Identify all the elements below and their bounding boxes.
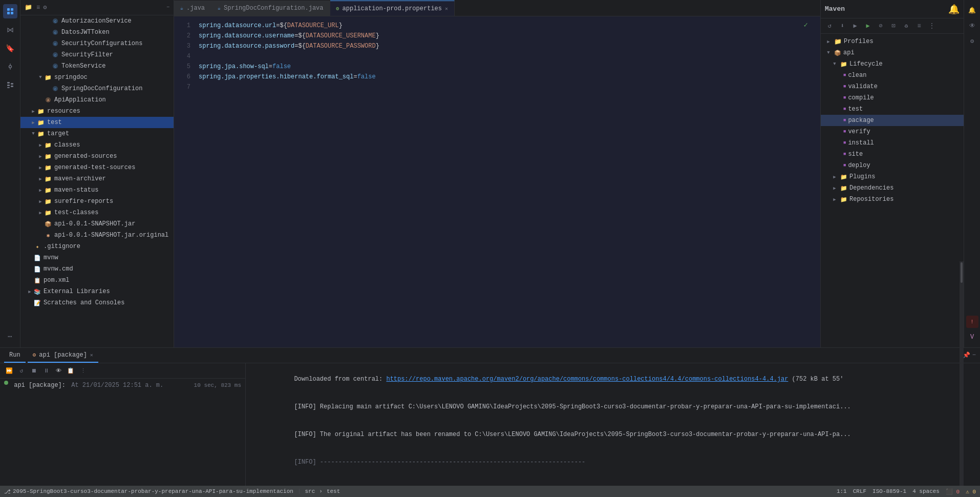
tree-item-gitignore[interactable]: ✦ .gitignore	[20, 241, 174, 252]
tree-item-surefire-reports[interactable]: ▶ 📁 surefire-reports	[20, 196, 174, 207]
close-tab-icon[interactable]: ✕	[90, 352, 93, 358]
maven-deploy[interactable]: ■ deploy	[821, 160, 964, 171]
run-time: 10 sec, 823 ms	[194, 381, 241, 390]
tree-item-external-libraries[interactable]: ▶ 📚 External Libraries	[20, 286, 174, 297]
warning-count[interactable]: ⚠ 0	[966, 488, 976, 495]
error-badge-icon[interactable]: !	[966, 316, 978, 328]
settings-icon[interactable]: ⚙	[43, 4, 47, 11]
file-tree-panel: 📁 ≡ ⚙ − c AutorizacionService	[20, 0, 174, 347]
notification-icon[interactable]: 🔔	[966, 4, 978, 16]
right-activity-bar: 🔔 👁 ⚙ ! V	[964, 0, 980, 347]
eye-icon[interactable]: 👁	[966, 19, 978, 32]
maven-more-icon[interactable]: ⋮	[926, 20, 938, 32]
tree-item-scratches[interactable]: 📝 Scratches and Consoles	[20, 297, 174, 308]
pin-icon[interactable]: 📌	[963, 351, 970, 359]
project-icon[interactable]	[3, 4, 17, 18]
tree-item-pom-xml[interactable]: 📋 pom.xml	[20, 275, 174, 286]
show-output-icon[interactable]: 👁	[53, 366, 63, 376]
tree-item-test[interactable]: ▶ 📁 test	[20, 117, 174, 128]
tree-item-mvnw-cmd[interactable]: 📄 mvnw.cmd	[20, 263, 174, 275]
tab-java[interactable]: ☕ .java	[174, 1, 211, 16]
more-tools-icon[interactable]: ⋯	[3, 329, 17, 343]
tab-app-prod[interactable]: ⚙ application-prod.properties ✕	[330, 1, 455, 16]
commit-icon[interactable]: ⋈	[3, 23, 17, 37]
api-package-tab[interactable]: ⚙ api [package] ✕	[28, 348, 98, 363]
maven-compile[interactable]: ■ compile	[821, 92, 964, 103]
maven-api[interactable]: ▼ 📦 api	[821, 47, 964, 58]
tree-item-SecurityConfigurations[interactable]: c SecurityConfigurations	[20, 38, 174, 49]
tree-item-test-classes[interactable]: ▶ 📁 test-classes	[20, 207, 174, 218]
maven-package[interactable]: ■ package	[821, 115, 964, 126]
line-ending[interactable]: CRLF	[853, 488, 866, 494]
editor-scrollbar[interactable]	[816, 16, 820, 347]
cursor-position[interactable]: 1:1	[837, 488, 847, 494]
maven-download-icon[interactable]: ⬇	[837, 20, 848, 32]
tree-item-DatosJWTToken[interactable]: c DatosJWTToken	[20, 27, 174, 38]
editor-content[interactable]: 1 2 3 4 5 6 7 spring.datasource.url=${DA…	[174, 16, 820, 347]
maven-lifecycle[interactable]: ▼ 📁 Lifecycle	[821, 58, 964, 70]
maven-reload-icon[interactable]: ↺	[824, 20, 835, 32]
maven-refresh-icon[interactable]: ♻	[901, 20, 912, 32]
restart-icon[interactable]: ↺	[16, 366, 27, 376]
structure-icon[interactable]	[3, 78, 17, 92]
maven-site[interactable]: ■ site	[821, 149, 964, 160]
collapse-all-icon[interactable]: ≡	[36, 4, 40, 11]
maven-toggle-icon[interactable]: ⊡	[888, 20, 899, 32]
console-output[interactable]: Downloaded from central: https://repo.ma…	[246, 363, 980, 486]
maven-repositories[interactable]: ▶ 📁 Repositories	[821, 194, 964, 205]
tree-item-SecurityFilter[interactable]: c SecurityFilter	[20, 49, 174, 60]
stop-icon[interactable]: ⏹	[29, 366, 39, 376]
tree-item-TokenService[interactable]: c TokenService	[20, 60, 174, 72]
tree-item-generated-sources[interactable]: ▶ 📁 generated-sources	[20, 151, 174, 162]
svg-rect-9	[7, 87, 10, 88]
plugin-icon[interactable]: V	[966, 331, 978, 343]
download-link[interactable]: https://repo.maven.apache.org/maven2/org…	[386, 376, 788, 383]
tree-item-maven-archiver[interactable]: ▶ 📁 maven-archiver	[20, 173, 174, 184]
pause-icon[interactable]: ⏸	[41, 366, 51, 376]
maven-profiles[interactable]: ▶ 📁 Profiles	[821, 36, 964, 47]
tree-item-target[interactable]: ▼ 📁 target	[20, 128, 174, 139]
maven-collapse-icon[interactable]: ≡	[913, 20, 925, 32]
maven-run-icon[interactable]: ▶	[849, 20, 861, 32]
run-tab[interactable]: Run	[4, 348, 26, 363]
tree-item-SpringDocConfiguration[interactable]: c SpringDocConfiguration	[20, 83, 174, 94]
minimize-panel-icon[interactable]: −	[166, 5, 169, 10]
maven-verify-label: verify	[848, 128, 870, 135]
git-icon[interactable]	[3, 59, 17, 74]
indent[interactable]: 4 spaces	[912, 488, 940, 494]
maven-debug-icon[interactable]: ▶	[862, 20, 874, 32]
dump-threads-icon[interactable]: 📋	[66, 366, 76, 376]
tree-item-maven-status[interactable]: ▶ 📁 maven-status	[20, 184, 174, 196]
maven-verify[interactable]: ■ verify	[821, 126, 964, 137]
maven-validate[interactable]: ■ validate	[821, 81, 964, 92]
maven-notification-icon[interactable]: 🔔	[948, 4, 960, 15]
tree-item-resources[interactable]: ▶ 📁 resources	[20, 106, 174, 117]
maven-dependencies[interactable]: ▶ 📁 Dependencies	[821, 182, 964, 194]
rerun-icon[interactable]: ⏩	[4, 366, 14, 376]
encoding[interactable]: ISO-8859-1	[872, 488, 906, 494]
maven-stop-icon[interactable]: ⊘	[875, 20, 886, 32]
bookmark-icon[interactable]: 🔖	[3, 41, 17, 55]
tree-item-mvnw[interactable]: 📄 mvnw	[20, 252, 174, 263]
settings-gear-icon[interactable]: ⚙	[966, 35, 978, 47]
tree-item-classes[interactable]: ▶ 📁 classes	[20, 139, 174, 151]
maven-install[interactable]: ■ install	[821, 137, 964, 149]
code-area[interactable]: spring.datasource.url=${DATASOURCE_URL} …	[195, 16, 816, 347]
tree-item-ApiApplication[interactable]: A ApiApplication	[20, 94, 174, 106]
maven-compile-label: compile	[848, 94, 874, 101]
maven-test[interactable]: ■ test	[821, 103, 964, 115]
maven-plugins[interactable]: ▶ 📁 Plugins	[821, 171, 964, 182]
tab-close-icon[interactable]: ✕	[445, 6, 448, 12]
tree-label: surefire-reports	[54, 198, 113, 205]
tree-item-jar-original[interactable]: ✱ api-0.0.1-SNAPSHOT.jar.original	[20, 230, 174, 241]
tree-item-jar[interactable]: 📦 api-0.0.1-SNAPSHOT.jar	[20, 218, 174, 230]
maven-clean[interactable]: ■ clean	[821, 70, 964, 81]
minimize-bottom-icon[interactable]: −	[972, 351, 976, 359]
tree-item-generated-test-sources[interactable]: ▶ 📁 generated-test-sources	[20, 162, 174, 173]
tree-item-springdoc[interactable]: ▼ 📁 springdoc	[20, 72, 174, 83]
tab-spring-doc[interactable]: ☕ SpringDocConfiguration.java	[211, 1, 330, 16]
vcs-branch[interactable]: ⎇ 2095-SpringBoot3-curso3-documentar-pro…	[4, 488, 293, 495]
run-more-icon[interactable]: ⋮	[78, 366, 88, 376]
error-count[interactable]: ⬛ 0	[946, 488, 960, 495]
tree-item-AutorizacionService[interactable]: c AutorizacionService	[20, 15, 174, 27]
